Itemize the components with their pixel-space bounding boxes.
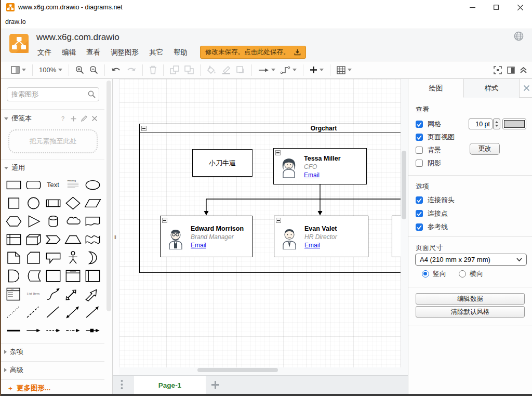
fill-color-button[interactable] <box>204 63 219 77</box>
shape-actor[interactable] <box>63 248 83 267</box>
shape-card[interactable] <box>23 248 43 267</box>
canvas[interactable]: Orgchart 小刀牛逼 <box>119 79 408 394</box>
shape-rectangle[interactable] <box>4 176 23 194</box>
fullscreen-icon[interactable] <box>494 66 502 74</box>
shape-curve[interactable] <box>43 285 63 303</box>
tab-style[interactable]: 样式 <box>464 79 520 98</box>
search-input[interactable] <box>7 87 99 101</box>
to-front-button[interactable] <box>167 63 182 77</box>
shape-textbox[interactable]: Heading <box>63 176 83 194</box>
shape-triangle[interactable] <box>23 212 43 230</box>
shape-vertical-container[interactable] <box>83 267 102 285</box>
email-link[interactable]: Email <box>304 241 337 249</box>
shape-dashed-line[interactable] <box>23 303 43 321</box>
shape-bidirectional-connector[interactable] <box>63 303 83 321</box>
org-card-edward[interactable]: Edward Morrison Brand Manager Email <box>160 216 252 257</box>
shape-dotted-line[interactable] <box>4 303 23 321</box>
shape-rounded-rectangle[interactable] <box>23 176 43 194</box>
change-background-button[interactable]: 更改 <box>470 143 500 155</box>
landscape-radio[interactable] <box>459 270 466 278</box>
collapse-minus-icon[interactable] <box>276 218 281 223</box>
menu-extras[interactable]: 其它 <box>149 48 163 57</box>
scratchpad-dropzone[interactable]: 把元素拖至此处 <box>8 129 98 153</box>
portrait-radio[interactable] <box>422 270 429 278</box>
add-page-icon[interactable] <box>210 379 221 390</box>
background-checkbox[interactable] <box>416 147 423 154</box>
menu-help[interactable]: 帮助 <box>174 48 188 57</box>
shape-document[interactable] <box>83 212 102 230</box>
page-tab-1[interactable]: Page-1 <box>134 376 206 394</box>
sidebar-splitter[interactable]: ‖ <box>113 79 119 394</box>
shape-plain-box[interactable]: 小刀牛逼 <box>192 149 252 177</box>
to-back-button[interactable] <box>182 63 196 77</box>
page-size-select[interactable]: A4 (210 mm x 297 mm) <box>415 254 527 266</box>
edit-pencil-icon[interactable] <box>81 115 87 122</box>
shape-dashdot-edge[interactable] <box>63 321 83 339</box>
shape-diamond[interactable] <box>63 194 83 212</box>
collapse-toolbar-icon[interactable] <box>520 67 527 73</box>
portrait-radio-option[interactable]: 竖向 <box>422 269 446 279</box>
shape-container[interactable] <box>43 267 63 285</box>
sidebar-scrollbar[interactable] <box>107 81 111 311</box>
grid-checkbox[interactable] <box>416 121 423 128</box>
shape-internal-storage[interactable] <box>4 230 23 248</box>
shape-dashed-edge[interactable] <box>43 321 63 339</box>
scratchpad-section-header[interactable]: 便笺本 ? <box>1 112 104 125</box>
shadow-button[interactable] <box>233 63 248 77</box>
insert-button[interactable] <box>307 63 326 77</box>
delete-button[interactable] <box>147 63 159 77</box>
pages-menu-icon[interactable] <box>121 379 123 390</box>
zoom-dropdown[interactable]: 100% <box>36 63 65 77</box>
connection-arrows-checkbox[interactable] <box>416 196 423 204</box>
view-panels-button[interactable] <box>8 63 29 77</box>
shape-container-title[interactable] <box>63 267 83 285</box>
guides-checkbox[interactable] <box>416 223 423 231</box>
canvas-horizontal-scrollbar[interactable] <box>197 368 278 372</box>
connection-points-checkbox[interactable] <box>416 210 423 217</box>
clear-default-style-button[interactable]: 清除默认风格 <box>416 306 525 318</box>
shape-data-storage[interactable] <box>23 267 43 285</box>
shape-circle[interactable] <box>23 194 43 212</box>
shape-note[interactable] <box>4 248 23 267</box>
shape-step[interactable] <box>43 230 63 248</box>
shape-process[interactable] <box>43 194 63 212</box>
org-card-partial[interactable] <box>392 216 401 257</box>
undo-button[interactable] <box>109 63 124 77</box>
format-panel-toggle-icon[interactable] <box>507 67 515 74</box>
shape-text[interactable]: Text <box>43 176 63 194</box>
shape-simple-arrow-edge[interactable] <box>23 321 43 339</box>
section-misc[interactable]: 杂项 <box>1 345 104 359</box>
landscape-radio-option[interactable]: 横向 <box>459 269 483 279</box>
shape-callout[interactable] <box>43 248 63 267</box>
menu-edit[interactable]: 编辑 <box>62 48 76 57</box>
shape-line[interactable] <box>43 303 63 321</box>
line-color-button[interactable] <box>219 63 233 77</box>
shape-cloud[interactable] <box>63 212 83 230</box>
zoom-in-button[interactable] <box>73 63 87 77</box>
shape-arrow[interactable] <box>83 285 102 303</box>
menu-file[interactable]: 文件 <box>37 48 51 57</box>
shape-and[interactable] <box>4 267 23 285</box>
shape-bidirectional-arrow[interactable] <box>63 285 83 303</box>
close-panel-button[interactable] <box>520 79 532 97</box>
shadow-checkbox[interactable] <box>416 160 423 167</box>
shape-list-item[interactable]: List Item <box>23 285 43 303</box>
org-card-tessa[interactable]: Tessa Miller CFO Email <box>273 148 367 184</box>
menu-view[interactable]: 查看 <box>86 48 100 57</box>
close-scratchpad-icon[interactable] <box>92 116 97 121</box>
waypoint-style-button[interactable] <box>278 63 299 77</box>
minimize-button[interactable] <box>460 0 484 15</box>
shape-parallelogram[interactable] <box>83 194 102 212</box>
shape-tape[interactable] <box>83 230 102 248</box>
email-link[interactable]: Email <box>191 241 244 249</box>
tab-diagram[interactable]: 绘图 <box>408 79 464 98</box>
page-view-checkbox[interactable] <box>416 134 423 141</box>
shape-cube[interactable] <box>23 230 43 248</box>
app-menu-drawio[interactable]: draw.io <box>5 18 26 25</box>
grid-size-input[interactable] <box>469 118 493 129</box>
menu-arrange[interactable]: 调整图形 <box>111 48 139 57</box>
section-general[interactable]: 通用 <box>1 161 104 175</box>
table-button[interactable] <box>334 63 354 77</box>
shape-list[interactable]: List <box>4 285 23 303</box>
collapse-minus-icon[interactable] <box>275 150 281 155</box>
